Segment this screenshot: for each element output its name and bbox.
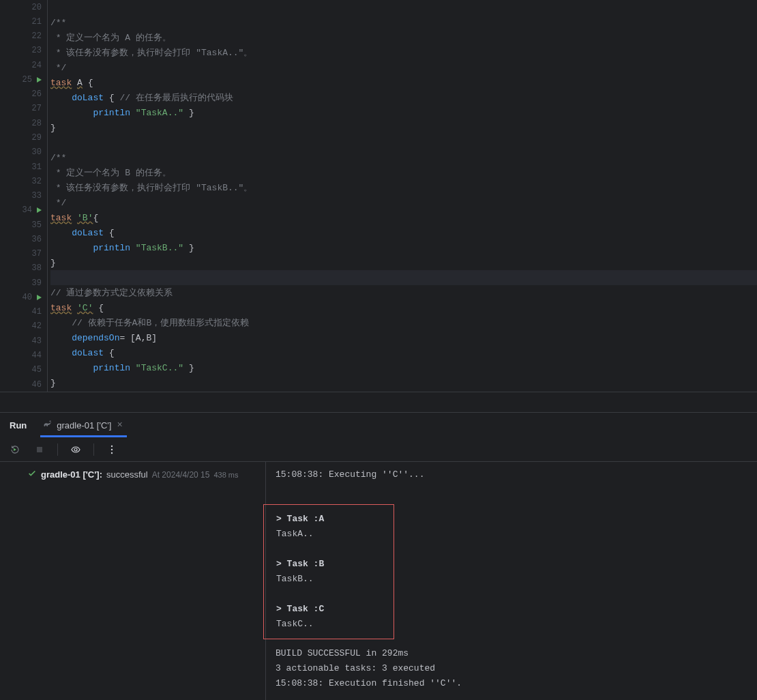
line-number: 43 [23, 336, 42, 346]
gutter-row[interactable]: 41 [0, 305, 47, 319]
code-line[interactable]: println "TaskA.." } [50, 105, 757, 120]
console-footer: BUILD SUCCESSFUL in 292ms3 actionable ta… [276, 646, 747, 691]
gutter-row[interactable]: 45 [0, 363, 47, 377]
line-number: 45 [23, 365, 42, 375]
gutter-row[interactable]: 34 [0, 203, 47, 218]
gutter-row[interactable]: 27 [0, 102, 47, 116]
code-line[interactable]: // 依赖于任务A和B，使用数组形式指定依赖 [50, 315, 757, 330]
success-icon [27, 469, 37, 480]
gutter-row[interactable]: 26 [0, 87, 47, 102]
line-number: 24 [23, 61, 42, 70]
line-number: 29 [23, 133, 42, 143]
code-line[interactable]: dependsOn= [A,B] [50, 330, 757, 345]
panel-separator [0, 392, 757, 412]
code-line[interactable]: } [50, 375, 757, 390]
toolbar-separator [93, 443, 94, 456]
code-editor[interactable]: 2021222324252627282930313233343536373839… [0, 0, 757, 392]
code-line[interactable]: */ [50, 60, 757, 75]
gutter-row[interactable]: 24 [0, 58, 47, 72]
gutter-row[interactable]: 25 [0, 72, 47, 87]
line-number: 32 [23, 177, 42, 186]
run-tool-window: Run gradle-01 ['C'] × [0, 412, 757, 700]
stop-button[interactable] [33, 443, 46, 456]
rerun-button[interactable] [8, 443, 22, 456]
gutter-row[interactable]: 23 [0, 44, 47, 58]
code-line[interactable]: // 通过参数方式定义依赖关系 [50, 285, 757, 300]
code-content[interactable]: /** * 定义一个名为 A 的任务。 * 该任务没有参数，执行时会打印 "Ta… [48, 0, 757, 392]
gutter-row[interactable]: 44 [0, 348, 47, 362]
run-gutter-icon[interactable] [35, 293, 43, 302]
line-number: 21 [23, 17, 42, 27]
code-line[interactable]: /** [50, 150, 757, 165]
gutter-row[interactable]: 31 [0, 160, 47, 174]
console-line: 3 actionable tasks: 3 executed [276, 661, 747, 676]
build-tree-root[interactable]: gradle-01 ['C']: successful At 2024/4/20… [7, 467, 258, 482]
run-gutter-icon[interactable] [35, 206, 43, 214]
gutter-row[interactable]: 29 [0, 130, 47, 145]
code-line[interactable] [50, 270, 757, 285]
console-line: TaskA.. [276, 527, 385, 542]
run-tab[interactable]: gradle-01 ['C'] × [40, 413, 127, 437]
line-number: 38 [23, 263, 42, 273]
code-line[interactable]: } [50, 120, 757, 135]
gutter-row[interactable]: 36 [0, 232, 47, 246]
gutter-row[interactable]: 46 [0, 377, 47, 392]
code-line[interactable]: task A { [50, 75, 757, 90]
gutter-row[interactable]: 22 [0, 29, 47, 44]
code-line[interactable]: task 'C' { [50, 300, 757, 315]
code-line[interactable]: } [50, 255, 757, 270]
code-line[interactable]: doLast { [50, 345, 757, 360]
gutter-row[interactable]: 28 [0, 116, 47, 130]
line-number: 33 [23, 191, 42, 201]
console-line: TaskB.. [276, 572, 385, 587]
line-number: 40 [13, 293, 32, 302]
run-gutter-icon[interactable] [35, 76, 43, 84]
code-line[interactable]: doLast { // 在任务最后执行的代码块 [50, 90, 757, 105]
code-line[interactable]: * 该任务没有参数，执行时会打印 "TaskB.."。 [50, 180, 757, 195]
show-button[interactable] [69, 443, 83, 456]
gutter-row[interactable]: 20 [0, 0, 47, 14]
svg-rect-0 [37, 447, 42, 452]
console-line [276, 542, 385, 557]
line-number: 26 [23, 89, 42, 99]
code-line[interactable]: println "TaskB.." } [50, 240, 757, 255]
run-panel-label[interactable]: Run [10, 420, 27, 431]
close-icon[interactable]: × [115, 420, 123, 431]
console-header: 15:08:38: Executing ''C''... [276, 467, 747, 482]
gutter-row[interactable]: 21 [0, 14, 47, 29]
line-number: 22 [23, 31, 42, 41]
build-tree[interactable]: gradle-01 ['C']: successful At 2024/4/20… [0, 462, 266, 700]
line-number: 20 [23, 3, 42, 12]
gutter-row[interactable]: 30 [0, 145, 47, 160]
gutter-row[interactable]: 40 [0, 290, 47, 304]
code-line[interactable]: * 该任务没有参数，执行时会打印 "TaskA.."。 [50, 45, 757, 60]
highlighted-output: > Task :ATaskA.. > Task :BTaskB.. > Task… [263, 504, 394, 639]
line-number: 27 [23, 104, 42, 113]
line-number: 36 [23, 235, 42, 244]
code-line[interactable]: task 'B'{ [50, 210, 757, 225]
gutter-row[interactable]: 42 [0, 319, 47, 334]
code-line[interactable] [50, 0, 757, 15]
more-button[interactable] [105, 443, 119, 456]
run-tab-title: gradle-01 ['C'] [57, 420, 111, 431]
code-line[interactable]: * 定义一个名为 B 的任务。 [50, 165, 757, 180]
gutter-row[interactable]: 32 [0, 174, 47, 188]
line-number: 34 [13, 205, 32, 215]
code-line[interactable]: doLast { [50, 225, 757, 240]
gutter-row[interactable]: 38 [0, 261, 47, 276]
svg-point-4 [111, 452, 113, 453]
code-line[interactable] [50, 135, 757, 150]
svg-point-1 [74, 448, 77, 451]
console-output[interactable]: 15:08:38: Executing ''C''... > Task :ATa… [266, 462, 757, 700]
code-line[interactable]: /** [50, 15, 757, 30]
console-line: TaskC.. [276, 617, 385, 632]
gutter-row[interactable]: 43 [0, 334, 47, 348]
gutter-row[interactable]: 37 [0, 247, 47, 261]
code-line[interactable]: */ [50, 195, 757, 210]
svg-point-2 [111, 445, 113, 446]
gutter-row[interactable]: 33 [0, 188, 47, 203]
code-line[interactable]: println "TaskC.." } [50, 360, 757, 375]
code-line[interactable]: * 定义一个名为 A 的任务。 [50, 30, 757, 45]
gutter-row[interactable]: 35 [0, 218, 47, 232]
gutter-row[interactable]: 39 [0, 276, 47, 290]
